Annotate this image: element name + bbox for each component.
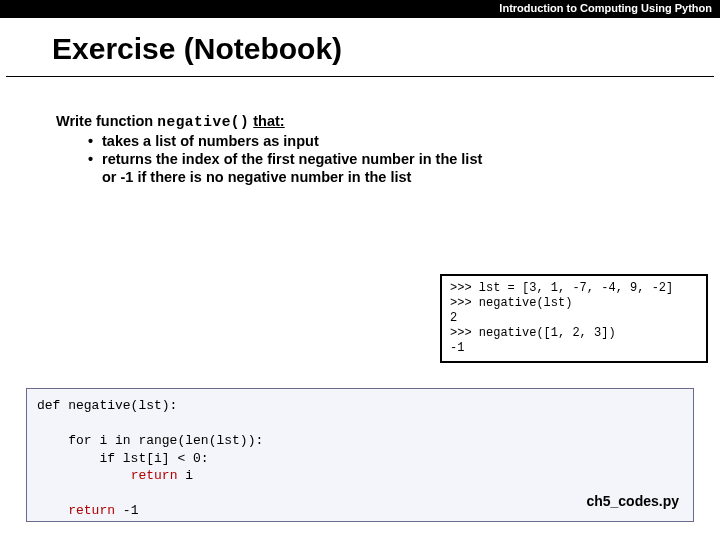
bullet-item: takes a list of numbers as input bbox=[88, 132, 720, 150]
code-line: for i in range(len(lst)): bbox=[37, 432, 683, 450]
indent bbox=[37, 468, 131, 483]
bullet-text: returns the index of the first negative … bbox=[102, 151, 482, 167]
bullet-item: returns the index of the first negative … bbox=[88, 150, 720, 186]
code-line: return i bbox=[37, 467, 683, 485]
code-line: if lst[i] < 0: bbox=[37, 450, 683, 468]
source-filename: ch5_codes.py bbox=[586, 492, 679, 511]
repl-line: 2 bbox=[450, 311, 457, 325]
repl-line: >>> lst = [3, 1, -7, -4, 9, -2] bbox=[450, 281, 673, 295]
course-name: Introduction to Computing Using Python bbox=[499, 2, 712, 14]
task-intro: Write function negative() that: bbox=[56, 113, 720, 130]
bullet-text: takes a list of numbers as input bbox=[102, 133, 319, 149]
function-name: negative() bbox=[157, 114, 249, 130]
return-keyword: return bbox=[68, 503, 115, 518]
repl-line: >>> negative([1, 2, 3]) bbox=[450, 326, 616, 340]
slide-title: Exercise (Notebook) bbox=[6, 18, 714, 77]
task-bullets: takes a list of numbers as input returns… bbox=[56, 130, 720, 186]
repl-line: -1 bbox=[450, 341, 464, 355]
repl-line: >>> negative(lst) bbox=[450, 296, 572, 310]
code-blank bbox=[37, 415, 683, 433]
bullet-subtext: or -1 if there is no negative number in … bbox=[102, 168, 720, 186]
course-header: Introduction to Computing Using Python bbox=[0, 0, 720, 18]
intro-that: that: bbox=[253, 113, 284, 129]
solution-code-box: def negative(lst): for i in range(len(ls… bbox=[26, 388, 694, 522]
indent bbox=[37, 503, 68, 518]
return-val: i bbox=[177, 468, 193, 483]
example-repl-box: >>> lst = [3, 1, -7, -4, 9, -2] >>> nega… bbox=[440, 274, 708, 363]
code-line: def negative(lst): bbox=[37, 397, 683, 415]
return-keyword: return bbox=[131, 468, 178, 483]
intro-prefix: Write function bbox=[56, 113, 157, 129]
return-val: -1 bbox=[115, 503, 138, 518]
task-content: Write function negative() that: takes a … bbox=[0, 77, 720, 186]
